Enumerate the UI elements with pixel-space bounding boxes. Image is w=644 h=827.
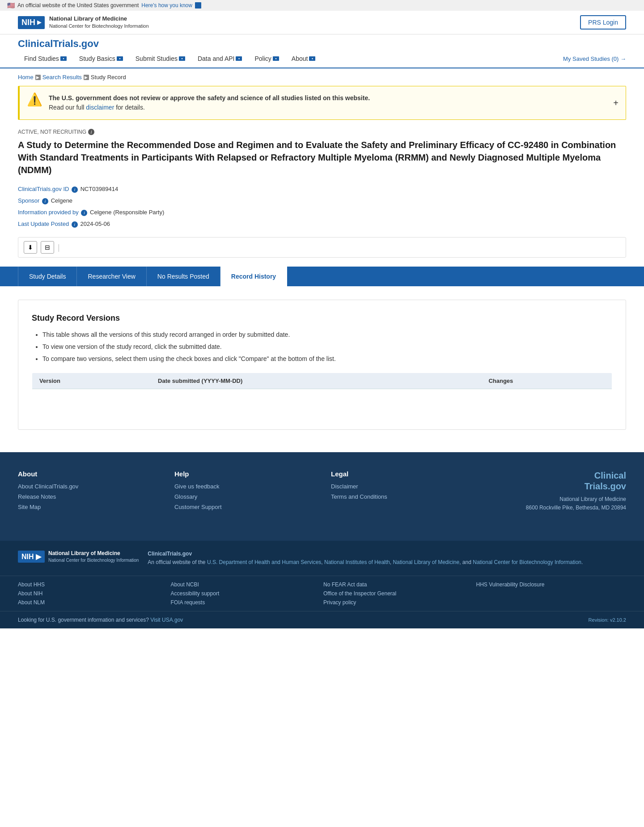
footer-link-about-ct[interactable]: About ClinicalTrials.gov [18,483,157,490]
footer-nih-links: ClinicalTrials.gov An official website o… [148,550,626,567]
nav-policy[interactable]: Policy ▪ [248,50,285,68]
warning-banner: ⚠️ The U.S. government does not review o… [18,86,626,120]
nav-bar: Find Studies ▪ Study Basics ▪ Submit Stu… [0,50,644,68]
footer-bottom-inspector[interactable]: Office of the Inspector General [323,590,474,597]
visit-usa-gov-link[interactable]: Visit USA.gov [150,617,183,623]
instruction-2: To view one version of the study record,… [42,342,612,352]
footer-link-customer-support[interactable]: Customer Support [174,504,313,510]
info-by-info-icon: i [81,210,87,216]
footer-link-glossary[interactable]: Glossary [174,493,313,500]
footer-brand-org: National Library of Medicine 8600 Rockvi… [487,495,626,512]
footer-nih-nih-link[interactable]: National Institutes of Health [324,559,390,565]
footer-bottom-about-ncbi[interactable]: About NCBI [171,581,321,588]
breadcrumb: Home ▶ Search Results ▶ Study Record [0,68,644,86]
footer-brand-logo: Clinical Trials.gov [487,470,626,492]
us-flag-icon: 🇺🇸 [7,2,15,9]
info-by-row: Information provided by i Celgene (Respo… [18,207,626,218]
saved-studies-link[interactable]: My Saved Studies (0) → [563,55,626,62]
footer-bottom-foia[interactable]: FOIA requests [171,599,321,606]
breadcrumb-search-results[interactable]: Search Results [42,74,82,81]
heres-how-link[interactable]: Here's how you know [141,2,192,8]
footer-link-site-map[interactable]: Site Map [18,504,157,510]
footer-col-about: About About ClinicalTrials.gov Release N… [18,470,157,514]
nih-badge: NIH ▶ [18,16,45,29]
prs-login-button[interactable]: PRS Login [580,15,626,30]
footer-bottom-about-nih[interactable]: About NIH [18,590,168,597]
footer-nih-ncbi-link[interactable]: National Center for Biotechnology Inform… [473,559,581,565]
nih-title: National Library of Medicine [49,15,149,23]
study-id-value: NCT03989414 [80,186,119,192]
tab-study-details[interactable]: Study Details [18,267,77,286]
nih-text-footer: National Library of Medicine National Ce… [48,550,139,564]
nav-items: Find Studies ▪ Study Basics ▪ Submit Stu… [18,50,322,68]
sponsor-value: Celgene [51,197,72,204]
footer-nih-nlm-link[interactable]: National Library of Medicine [393,559,459,565]
info-by-label[interactable]: Information provided by [18,209,79,216]
footer-bottom-about-hhs[interactable]: About HHS [18,581,168,588]
instruction-3: To compare two versions, select them usi… [42,354,612,364]
nih-arrow: ▶ [37,19,41,25]
footer-link-release-notes[interactable]: Release Notes [18,493,157,500]
nih-links-description: ClinicalTrials.gov [148,550,626,558]
footer-bottom-privacy[interactable]: Privacy policy [323,599,474,606]
footer-link-terms[interactable]: Terms and Conditions [331,493,470,500]
download-button[interactable]: ⬇ [24,241,37,254]
sponsor-row: Sponsor i Celgene [18,195,626,207]
versions-table: Version Date submitted (YYYY-MM-DD) Chan… [32,373,612,416]
footer-nih-hhs-link[interactable]: U.S. Department of Health and Human Serv… [207,559,321,565]
nav-find-studies[interactable]: Find Studies ▪ [18,50,73,68]
gov-bar-text: An official website of the United States… [17,2,139,8]
submit-studies-caret-icon: ▪ [179,56,185,61]
study-basics-caret-icon: ▪ [117,56,123,61]
nav-study-basics[interactable]: Study Basics ▪ [73,50,129,68]
sponsor-label[interactable]: Sponsor [18,197,39,204]
nih-logo: NIH ▶ National Library of Medicine Natio… [18,15,149,29]
footer-help-title: Help [174,470,313,478]
footer-bottom-accessibility[interactable]: Accessibility support [171,590,321,597]
last-update-info-icon: i [72,221,78,228]
usa-bar: Looking for U.S. government information … [0,611,644,628]
revision-text: Revision: v2.10.2 [589,617,626,623]
tab-no-results-posted[interactable]: No Results Posted [147,267,220,286]
breadcrumb-sep-2: ▶ [84,75,89,80]
nav-about[interactable]: About ▪ [285,50,322,68]
warning-icon: ⚠️ [27,93,42,106]
footer-bottom-no-fear[interactable]: No FEAR Act data [323,581,474,588]
usa-bar-text: Looking for U.S. government information … [18,617,183,623]
study-id-label[interactable]: ClinicalTrials.gov ID [18,186,69,192]
tab-record-history[interactable]: Record History [220,267,287,286]
footer-main: About About ClinicalTrials.gov Release N… [0,452,644,541]
warning-text: The U.S. government does not review or a… [49,93,370,112]
gov-bar: 🇺🇸 An official website of the United Sta… [0,0,644,11]
footer-link-disclaimer[interactable]: Disclaimer [331,483,470,490]
disclaimer-link[interactable]: disclaimer [86,104,114,111]
nav-data-api[interactable]: Data and API ▪ [191,50,249,68]
study-meta: ClinicalTrials.gov ID i NCT03989414 Spon… [0,183,644,230]
bookmark-button[interactable]: ⊟ [41,241,54,254]
footer-bottom-hhs-vuln[interactable]: HHS Vulnerability Disclosure [476,581,627,588]
expand-warning-button[interactable]: + [613,98,619,108]
tab-researcher-view[interactable]: Researcher View [77,267,146,286]
info-by-value: Celgene (Responsible Party) [90,209,164,216]
breadcrumb-home[interactable]: Home [18,74,34,81]
study-title: A Study to Determine the Recommended Dos… [0,139,644,176]
breadcrumb-sep-1: ▶ [35,75,41,80]
footer-legal-title: Legal [331,470,470,478]
nav-submit-studies[interactable]: Submit Studies ▪ [129,50,191,68]
footer-bottom-about-nlm[interactable]: About NLM [18,599,168,606]
footer-link-feedback[interactable]: Give us feedback [174,483,313,490]
footer-col-brand: Clinical Trials.gov National Library of … [487,470,626,514]
heres-how-icon [195,2,201,8]
study-id-row: ClinicalTrials.gov ID i NCT03989414 [18,183,626,195]
breadcrumb-current: Study Record [91,74,126,81]
nih-logo-footer: NIH ▶ National Library of Medicine Natio… [18,550,139,564]
last-update-label[interactable]: Last Update Posted [18,221,69,227]
nih-info: National Library of Medicine National Ce… [49,15,149,29]
col-version: Version [32,373,151,389]
study-id-info-icon: i [72,187,78,193]
col-changes: Changes [481,373,612,389]
footer-col-help: Help Give us feedback Glossary Customer … [174,470,313,514]
clinicaltrials-logo[interactable]: ClinicalTrials.gov [18,38,99,49]
instructions: This table shows all the versions of thi… [32,330,612,364]
col-date: Date submitted (YYYY-MM-DD) [151,373,481,389]
